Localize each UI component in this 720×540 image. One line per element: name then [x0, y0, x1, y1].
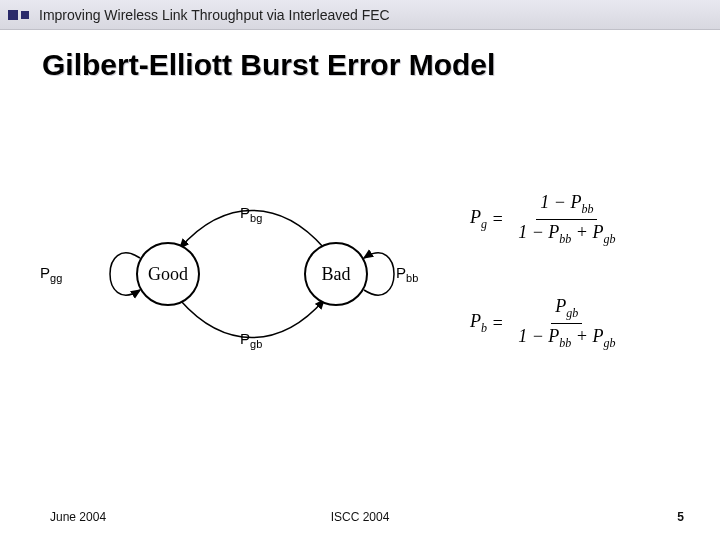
- label-text: P: [396, 264, 406, 281]
- fraction: 1 − Pbb 1 − Pbb + Pgb: [514, 192, 619, 246]
- fraction: Pgb 1 − Pbb + Pgb: [514, 296, 619, 350]
- header-title: Improving Wireless Link Throughput via I…: [39, 7, 390, 23]
- numerator: 1 − Pbb: [536, 192, 597, 220]
- formulas: Pg = 1 − Pbb 1 − Pbb + Pgb Pb = Pgb 1 − …: [470, 192, 619, 400]
- header-bar: Improving Wireless Link Throughput via I…: [0, 0, 720, 30]
- slide-content: Good Bad Pgg Pbb Pbg Pgb Pg = 1 − Pbb 1 …: [0, 82, 720, 462]
- label-text: P: [240, 204, 250, 221]
- label-sub: gb: [250, 338, 262, 350]
- label-pgg: Pgg: [40, 264, 62, 284]
- lhs: Pg: [470, 207, 487, 232]
- page-number: 5: [677, 510, 684, 524]
- state-bad: Bad: [304, 242, 368, 306]
- footer-date: June 2004: [50, 510, 106, 524]
- numerator: Pgb: [551, 296, 582, 324]
- denominator: 1 − Pbb + Pgb: [514, 220, 619, 247]
- lhs: Pb: [470, 311, 487, 336]
- logo-squares: [8, 10, 29, 20]
- label-sub: bg: [250, 212, 262, 224]
- denominator: 1 − Pbb + Pgb: [514, 324, 619, 351]
- equals: =: [487, 209, 508, 230]
- state-diagram: Good Bad Pgg Pbb Pbg Pgb: [40, 162, 440, 382]
- label-pbg: Pbg: [240, 204, 262, 224]
- label-pgb: Pgb: [240, 330, 262, 350]
- footer-conference: ISCC 2004: [331, 510, 390, 524]
- footer: June 2004 ISCC 2004 5: [0, 510, 720, 524]
- label-text: P: [240, 330, 250, 347]
- label-pbb: Pbb: [396, 264, 418, 284]
- equals: =: [487, 313, 508, 334]
- label-text: P: [40, 264, 50, 281]
- formula-pb: Pb = Pgb 1 − Pbb + Pgb: [470, 296, 619, 350]
- label-sub: gg: [50, 272, 62, 284]
- label-sub: bb: [406, 272, 418, 284]
- square-icon: [21, 11, 29, 19]
- square-icon: [8, 10, 18, 20]
- slide-title: Gilbert-Elliott Burst Error Model: [42, 48, 720, 82]
- state-good: Good: [136, 242, 200, 306]
- formula-pg: Pg = 1 − Pbb 1 − Pbb + Pgb: [470, 192, 619, 246]
